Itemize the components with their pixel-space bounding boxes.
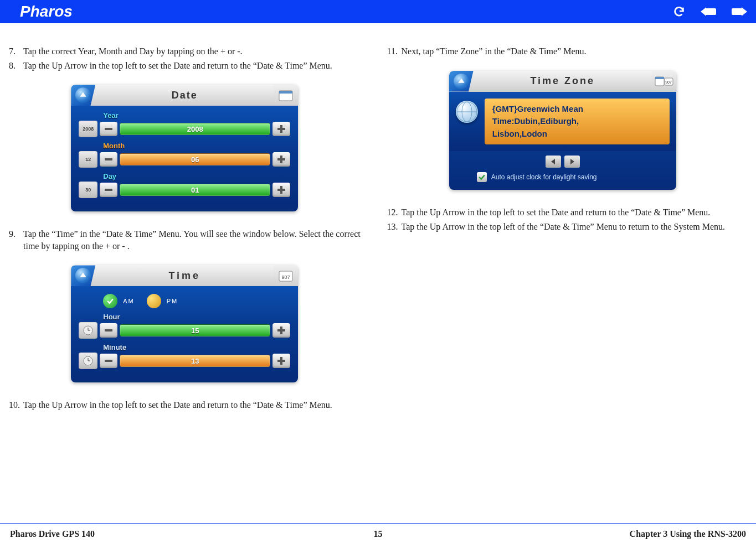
step-list: 11.Next, tap “Time Zone” in the “Date & … — [385, 45, 741, 58]
svg-marker-16 — [80, 273, 86, 277]
header-bar: Pharos — [0, 0, 756, 23]
auto-adjust-row: Auto adjust clock for daylight saving — [477, 172, 676, 190]
header-icons — [673, 6, 747, 18]
list-item: 8.Tap the Up Arrow in the top left to se… — [7, 60, 363, 72]
right-column: 11.Next, tap “Time Zone” in the “Date & … — [385, 45, 741, 413]
svg-rect-15 — [277, 189, 285, 191]
tz-line: {GMT}Greenwich Mean — [492, 103, 662, 116]
month-icon: 12 — [79, 151, 97, 168]
month-row: 12 06 — [79, 151, 290, 168]
plus-button[interactable] — [272, 323, 290, 338]
minute-row: 13 — [79, 353, 290, 369]
hour-row: 15 — [79, 322, 290, 339]
pm-label: PM — [167, 298, 178, 304]
svg-text:907: 907 — [282, 274, 290, 280]
up-arrow-button[interactable] — [449, 71, 474, 92]
time-panel: Time 907 AM PM Hour 15 — [71, 265, 298, 382]
list-item: 11.Next, tap “Time Zone” in the “Date & … — [385, 45, 741, 58]
minus-button[interactable] — [100, 122, 117, 136]
minus-button[interactable] — [100, 354, 117, 368]
panel-header: Time 907 — [71, 265, 298, 286]
list-item: 9.Tap the “Time” in the “Date & Time” Me… — [7, 228, 363, 252]
minus-button[interactable] — [100, 323, 117, 338]
day-icon: 30 — [79, 182, 97, 198]
left-column: 7.Tap the correct Year, Month and Day by… — [7, 45, 363, 413]
auto-adjust-label: Auto adjust clock for daylight saving — [491, 173, 597, 181]
up-arrow-button[interactable] — [71, 265, 95, 286]
svg-rect-13 — [105, 189, 112, 191]
panel-body: Year 2008 2008 Month 12 06 Day 30 — [71, 106, 298, 211]
step-list: 12.Tap the Up Arrow in the top left to s… — [385, 206, 741, 232]
step-list: 10.Tap the Up Arrow in the top left to s… — [7, 399, 363, 411]
svg-rect-28 — [105, 360, 112, 362]
svg-marker-1 — [701, 7, 706, 16]
plus-button[interactable] — [272, 122, 290, 136]
svg-rect-7 — [105, 128, 112, 130]
svg-marker-39 — [551, 159, 555, 164]
svg-rect-2 — [732, 8, 743, 15]
content: 7.Tap the correct Year, Month and Day by… — [0, 23, 756, 424]
checkbox[interactable] — [477, 172, 487, 182]
refresh-icon[interactable] — [673, 6, 685, 18]
svg-rect-33 — [655, 77, 664, 79]
calendar-clock-icon: 907 — [652, 71, 676, 92]
timezone-panel: Time Zone 907 {GMT}Greenwich Mean Time:D… — [449, 71, 676, 190]
clock-icon — [79, 322, 97, 339]
plus-button[interactable] — [272, 152, 290, 167]
svg-marker-40 — [570, 159, 574, 164]
minus-button[interactable] — [100, 183, 117, 197]
svg-rect-24 — [277, 329, 285, 332]
svg-marker-31 — [458, 78, 464, 82]
minus-button[interactable] — [100, 152, 117, 167]
clock-icon — [79, 353, 97, 369]
svg-rect-6 — [279, 91, 292, 94]
list-item: 12.Tap the Up Arrow in the top left to s… — [385, 206, 741, 219]
svg-rect-0 — [705, 8, 716, 15]
panel-title: Time — [95, 270, 274, 282]
panel-body: {GMT}Greenwich Mean Time:Dubin,Ediburgh,… — [449, 92, 676, 190]
footer: Pharos Drive GPS 140 15 Chapter 3 Using … — [0, 523, 756, 539]
panel-header: Time Zone 907 — [449, 71, 676, 92]
day-label: Day — [103, 172, 290, 180]
list-item: 7.Tap the correct Year, Month and Day by… — [7, 45, 363, 58]
svg-rect-10 — [105, 158, 112, 160]
svg-marker-4 — [80, 92, 86, 97]
back-icon[interactable] — [701, 6, 716, 18]
panel-title: Time Zone — [474, 75, 652, 87]
am-button[interactable] — [103, 294, 117, 308]
date-panel: Date Year 2008 2008 Month 12 06 — [71, 85, 298, 211]
forward-icon[interactable] — [732, 6, 747, 18]
hour-label: Hour — [103, 313, 290, 321]
svg-rect-22 — [105, 329, 112, 332]
list-item: 10.Tap the Up Arrow in the top left to s… — [7, 399, 363, 411]
clock-icon: 907 — [274, 265, 298, 286]
month-value: 06 — [120, 153, 270, 165]
svg-rect-12 — [277, 158, 285, 160]
tz-nav — [449, 156, 676, 168]
minute-label: Minute — [103, 343, 290, 351]
plus-button[interactable] — [272, 354, 290, 368]
panel-body: AM PM Hour 15 Minute 13 — [71, 286, 298, 382]
step-list: 9.Tap the “Time” in the “Date & Time” Me… — [7, 228, 363, 252]
tz-line: Lisbon,Lodon — [492, 128, 662, 141]
day-row: 30 01 — [79, 182, 290, 198]
footer-page: 15 — [255, 529, 501, 539]
up-arrow-button[interactable] — [71, 85, 95, 106]
next-button[interactable] — [564, 156, 580, 168]
hour-value: 15 — [120, 324, 270, 336]
year-value: 2008 — [120, 123, 270, 135]
am-label: AM — [123, 298, 135, 304]
step-list: 7.Tap the correct Year, Month and Day by… — [7, 45, 363, 71]
svg-rect-9 — [277, 128, 285, 130]
year-label: Year — [103, 111, 290, 120]
list-item: 13.Tap the Up Arrow in the top left of t… — [385, 221, 741, 233]
pm-button[interactable] — [147, 294, 161, 308]
prev-button[interactable] — [546, 156, 561, 168]
year-icon: 2008 — [79, 121, 97, 137]
timezone-selection[interactable]: {GMT}Greenwich Mean Time:Dubin,Ediburgh,… — [485, 99, 670, 145]
footer-left: Pharos Drive GPS 140 — [10, 529, 255, 539]
calendar-icon — [274, 85, 298, 106]
ampm-row: AM PM — [103, 294, 290, 308]
globe-icon — [456, 101, 478, 123]
plus-button[interactable] — [272, 183, 290, 197]
